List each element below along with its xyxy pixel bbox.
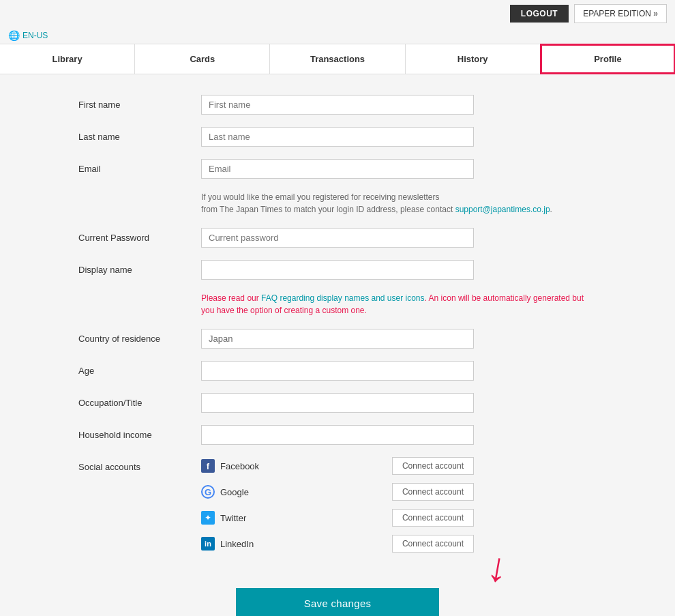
- arrow-container: ↓: [487, 547, 508, 588]
- email-input[interactable]: [201, 159, 474, 179]
- tab-cards[interactable]: Cards: [135, 44, 270, 74]
- last-name-input[interactable]: [201, 127, 474, 147]
- globe-icon: 🌐: [8, 30, 20, 41]
- linkedin-connect-button[interactable]: Connect account: [392, 535, 474, 553]
- display-name-row: Display name: [78, 260, 597, 280]
- twitter-connect-button[interactable]: Connect account: [392, 509, 474, 527]
- google-item: G Google Connect account: [201, 483, 474, 501]
- email-info: If you would like the email you register…: [201, 191, 597, 216]
- google-item-left: G Google: [201, 485, 249, 499]
- tab-profile[interactable]: Profile: [541, 44, 675, 74]
- facebook-item: f Facebook Connect account: [201, 457, 474, 475]
- country-input[interactable]: [201, 329, 474, 349]
- occupation-label: Occupation/Title: [78, 393, 201, 408]
- email-row: Email: [78, 159, 597, 179]
- nav-tabs: Library Cards Transactions History Profi…: [0, 44, 675, 74]
- save-button[interactable]: Save changes: [236, 588, 440, 616]
- facebook-item-left: f Facebook: [201, 459, 259, 473]
- lang-bar: 🌐 EN-US: [0, 27, 675, 44]
- linkedin-item-left: in LinkedIn: [201, 537, 254, 551]
- google-label: Google: [220, 487, 249, 497]
- social-items: f Facebook Connect account G Google Conn…: [201, 457, 474, 561]
- facebook-connect-button[interactable]: Connect account: [392, 457, 474, 475]
- twitter-item: ✦ Twitter Connect account: [201, 509, 474, 527]
- linkedin-item: in LinkedIn Connect account: [201, 535, 474, 553]
- profile-form: First name Last name Email If you would …: [65, 95, 610, 616]
- twitter-item-left: ✦ Twitter: [201, 511, 246, 525]
- tab-transactions[interactable]: Transactions: [270, 44, 405, 74]
- social-accounts-label: Social accounts: [78, 457, 201, 472]
- household-label: Household income: [78, 425, 201, 440]
- facebook-label: Facebook: [220, 461, 259, 471]
- first-name-label: First name: [78, 95, 201, 110]
- age-label: Age: [78, 361, 201, 376]
- display-name-info: Please read our FAQ regarding display na…: [201, 292, 597, 317]
- tab-history[interactable]: History: [406, 44, 541, 74]
- occupation-row: Occupation/Title: [78, 393, 597, 413]
- display-name-label: Display name: [78, 260, 201, 275]
- lang-selector[interactable]: EN-US: [22, 31, 48, 40]
- support-email-link[interactable]: support@japantimes.co.jp: [455, 205, 550, 214]
- logout-button[interactable]: LOGOUT: [510, 5, 569, 23]
- last-name-label: Last name: [78, 127, 201, 142]
- current-password-input[interactable]: [201, 228, 474, 248]
- google-connect-button[interactable]: Connect account: [392, 483, 474, 501]
- current-password-row: Current Password: [78, 228, 597, 248]
- linkedin-label: LinkedIn: [220, 539, 254, 549]
- occupation-input[interactable]: [201, 393, 474, 413]
- current-password-label: Current Password: [78, 228, 201, 243]
- display-name-input[interactable]: [201, 260, 474, 280]
- age-row: Age: [78, 361, 597, 381]
- last-name-row: Last name: [78, 127, 597, 147]
- social-accounts-row: Social accounts f Facebook Connect accou…: [78, 457, 597, 561]
- save-section: ↓ Save changes: [78, 588, 597, 616]
- first-name-input[interactable]: [201, 95, 474, 115]
- household-input[interactable]: [201, 425, 474, 445]
- google-icon: G: [201, 485, 215, 499]
- epaper-button[interactable]: EPAPER EDITION »: [574, 4, 667, 23]
- tab-library[interactable]: Library: [0, 44, 135, 74]
- age-input[interactable]: [201, 361, 474, 381]
- facebook-icon: f: [201, 459, 215, 473]
- faq-link[interactable]: FAQ regarding display names and user ico…: [261, 293, 424, 303]
- household-row: Household income: [78, 425, 597, 445]
- email-label: Email: [78, 159, 201, 174]
- down-arrow-icon: ↓: [484, 546, 511, 589]
- twitter-label: Twitter: [220, 513, 246, 523]
- country-label: Country of residence: [78, 329, 201, 344]
- top-bar: LOGOUT EPAPER EDITION »: [0, 0, 675, 27]
- twitter-icon: ✦: [201, 511, 215, 525]
- linkedin-icon: in: [201, 537, 215, 551]
- first-name-row: First name: [78, 95, 597, 115]
- country-row: Country of residence: [78, 329, 597, 349]
